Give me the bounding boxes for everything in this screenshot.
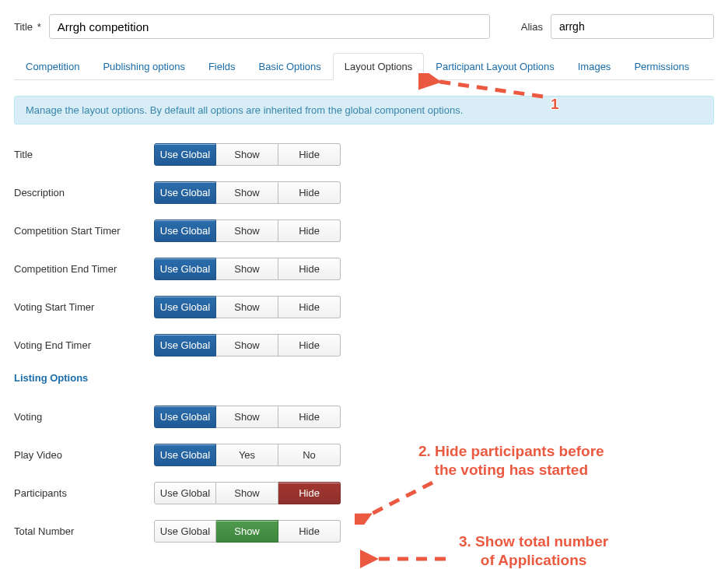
tab-images[interactable]: Images xyxy=(566,53,623,80)
option-toggle-title: Use GlobalShowHide xyxy=(154,143,341,166)
seg-hide[interactable]: Hide xyxy=(278,296,341,318)
seg-show[interactable]: Show xyxy=(216,482,278,504)
option-toggle-vote-end: Use GlobalShowHide xyxy=(154,334,341,357)
seg-no[interactable]: No xyxy=(278,444,341,466)
tab-participant-layout-options[interactable]: Participant Layout Options xyxy=(424,53,565,80)
option-row-total-number: Total NumberUse GlobalShowHide xyxy=(14,520,714,543)
seg-show[interactable]: Show xyxy=(216,296,278,318)
tab-bar: CompetitionPublishing optionsFieldsBasic… xyxy=(14,53,714,80)
seg-hide[interactable]: Hide xyxy=(278,143,341,166)
option-label: Total Number xyxy=(14,525,154,537)
tab-publishing-options[interactable]: Publishing options xyxy=(91,53,197,80)
seg-show[interactable]: Show xyxy=(216,220,278,242)
option-toggle-play-video: Use GlobalYesNo xyxy=(154,444,341,466)
alias-input[interactable] xyxy=(551,14,714,39)
annotation-arrow-3 xyxy=(360,546,453,569)
seg-use-global[interactable]: Use Global xyxy=(154,444,216,466)
seg-hide[interactable]: Hide xyxy=(278,220,341,242)
seg-hide[interactable]: Hide xyxy=(278,258,341,280)
option-label: Participants xyxy=(14,487,154,499)
option-label: Play Video xyxy=(14,449,154,461)
title-input[interactable] xyxy=(49,14,490,39)
info-notice: Manage the layout options. By default al… xyxy=(14,96,714,125)
option-row-comp-end: Competition End TimerUse GlobalShowHide xyxy=(14,258,714,280)
seg-yes[interactable]: Yes xyxy=(216,444,278,466)
option-row-vote-end: Voting End TimerUse GlobalShowHide xyxy=(14,334,714,357)
seg-use-global[interactable]: Use Global xyxy=(154,181,216,204)
seg-use-global[interactable]: Use Global xyxy=(154,220,216,242)
seg-show[interactable]: Show xyxy=(216,406,278,428)
seg-use-global[interactable]: Use Global xyxy=(154,406,216,428)
title-field-label: Title * xyxy=(14,21,41,33)
seg-use-global[interactable]: Use Global xyxy=(154,258,216,280)
tab-layout-options[interactable]: Layout Options xyxy=(333,53,424,80)
tab-permissions[interactable]: Permissions xyxy=(622,53,701,80)
seg-use-global[interactable]: Use Global xyxy=(154,520,216,543)
option-label: Voting xyxy=(14,411,154,423)
option-label: Voting Start Timer xyxy=(14,301,154,313)
option-label: Voting End Timer xyxy=(14,339,154,351)
alias-field-label: Alias xyxy=(521,21,543,33)
option-label: Title xyxy=(14,149,154,160)
option-row-description: DescriptionUse GlobalShowHide xyxy=(14,181,714,204)
tab-fields[interactable]: Fields xyxy=(197,53,247,80)
option-label: Competition End Timer xyxy=(14,263,154,275)
option-label: Competition Start Timer xyxy=(14,225,154,237)
seg-hide[interactable]: Hide xyxy=(278,520,341,543)
option-row-voting: VotingUse GlobalShowHide xyxy=(14,406,714,428)
option-row-play-video: Play VideoUse GlobalYesNo xyxy=(14,444,714,466)
seg-hide[interactable]: Hide xyxy=(278,482,341,504)
seg-show[interactable]: Show xyxy=(216,181,278,204)
seg-use-global[interactable]: Use Global xyxy=(154,334,216,357)
tab-competition[interactable]: Competition xyxy=(14,53,91,80)
option-label: Description xyxy=(14,187,154,198)
seg-use-global[interactable]: Use Global xyxy=(154,482,216,504)
option-row-comp-start: Competition Start TimerUse GlobalShowHid… xyxy=(14,220,714,242)
option-row-participants: ParticipantsUse GlobalShowHide xyxy=(14,482,714,504)
seg-hide[interactable]: Hide xyxy=(278,181,341,204)
tab-basic-options[interactable]: Basic Options xyxy=(247,53,333,80)
seg-show[interactable]: Show xyxy=(216,143,278,166)
section-heading-listing-options: Listing Options xyxy=(14,372,714,384)
option-row-vote-start: Voting Start TimerUse GlobalShowHide xyxy=(14,296,714,318)
seg-hide[interactable]: Hide xyxy=(278,334,341,357)
seg-show[interactable]: Show xyxy=(216,520,278,543)
option-toggle-vote-start: Use GlobalShowHide xyxy=(154,296,341,318)
option-toggle-description: Use GlobalShowHide xyxy=(154,181,341,204)
option-toggle-comp-end: Use GlobalShowHide xyxy=(154,258,341,280)
required-asterisk: * xyxy=(37,21,41,33)
seg-show[interactable]: Show xyxy=(216,334,278,357)
option-toggle-comp-start: Use GlobalShowHide xyxy=(154,220,341,242)
seg-use-global[interactable]: Use Global xyxy=(154,296,216,318)
option-toggle-voting: Use GlobalShowHide xyxy=(154,406,341,428)
seg-hide[interactable]: Hide xyxy=(278,406,341,428)
option-row-title: TitleUse GlobalShowHide xyxy=(14,143,714,166)
seg-use-global[interactable]: Use Global xyxy=(154,143,216,166)
option-toggle-participants: Use GlobalShowHide xyxy=(154,482,341,504)
seg-show[interactable]: Show xyxy=(216,258,278,280)
svg-line-0 xyxy=(434,81,543,97)
option-toggle-total-number: Use GlobalShowHide xyxy=(154,520,341,543)
